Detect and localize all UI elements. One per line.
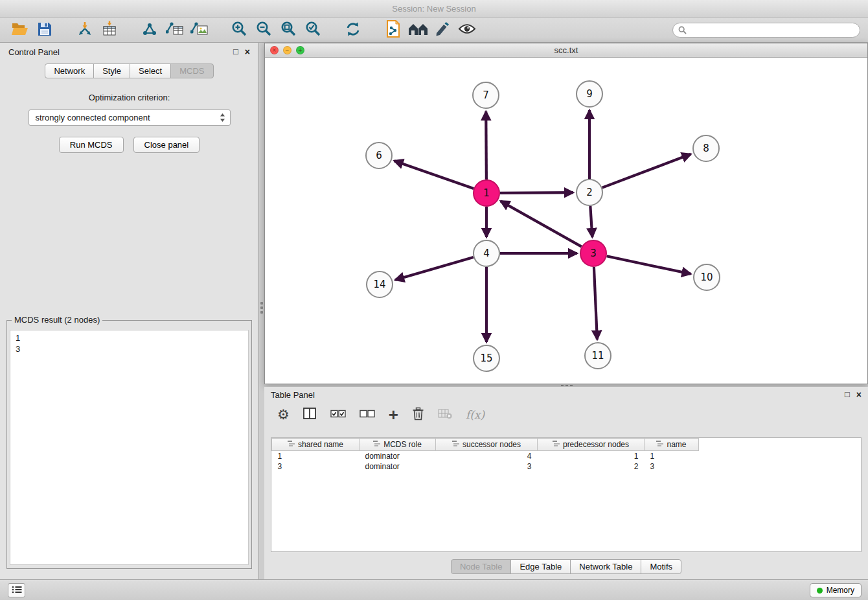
table-row[interactable]: 1dominator411 [272, 451, 699, 461]
table-cell[interactable]: dominator [360, 451, 436, 461]
zoom-selected-button[interactable] [301, 19, 325, 40]
tab-network[interactable]: Network [45, 63, 94, 78]
graph-node-1[interactable]: 1 [474, 180, 499, 206]
tab-mcds[interactable]: MCDS [170, 63, 213, 78]
graph-node-8[interactable]: 8 [693, 135, 719, 161]
split-columns-button[interactable] [303, 408, 317, 422]
graph-edge-2-8[interactable] [602, 154, 691, 188]
show-graphics-details-button[interactable] [455, 19, 479, 40]
tab-node-table[interactable]: Node Table [451, 559, 512, 574]
svg-text:11: 11 [591, 350, 604, 362]
graph-edge-1-6[interactable] [394, 161, 474, 189]
close-window-icon[interactable]: × [270, 46, 279, 54]
vertical-splitter[interactable] [259, 43, 264, 579]
maximize-window-icon[interactable]: + [296, 46, 304, 54]
result-item[interactable]: 1 [16, 332, 243, 343]
delete-column-button[interactable] [412, 407, 424, 422]
tab-network-table[interactable]: Network Table [570, 559, 641, 574]
table-cell[interactable]: 4 [436, 451, 538, 461]
mcds-result-list[interactable]: 13 [10, 330, 249, 565]
unselect-all-columns-button[interactable] [360, 410, 375, 420]
table-cell[interactable]: 1 [645, 451, 699, 461]
open-file-button[interactable] [8, 19, 32, 40]
import-table-button[interactable] [97, 19, 122, 40]
graph-edge-1-7[interactable] [486, 111, 486, 179]
table-cell[interactable]: 1 [272, 451, 360, 461]
search-box [672, 23, 860, 38]
graph-edge-3-1[interactable] [501, 201, 582, 246]
graph-edge-3-11[interactable] [594, 267, 597, 340]
table-cell[interactable]: 3 [645, 461, 699, 472]
graph-node-11[interactable]: 11 [585, 343, 611, 369]
checked-boxes-icon [330, 410, 346, 420]
refresh-layout-button[interactable] [341, 19, 365, 40]
memory-button[interactable]: Memory [810, 583, 862, 597]
zoom-out-button[interactable] [251, 19, 276, 40]
table-cell[interactable]: dominator [360, 461, 436, 472]
graph-node-9[interactable]: 9 [577, 81, 602, 107]
graph-edge-3-10[interactable] [607, 256, 691, 274]
import-network-button[interactable] [73, 19, 97, 40]
network-graph[interactable]: 7968124314101511 [265, 58, 867, 384]
zoom-in-button[interactable] [227, 19, 251, 40]
minimize-window-icon[interactable]: − [283, 46, 291, 54]
close-panel-button[interactable]: Close panel [133, 137, 200, 153]
sort-icon [373, 440, 380, 449]
graph-edge-2-3[interactable] [590, 206, 592, 237]
graph-node-3[interactable]: 3 [580, 240, 606, 266]
graph-node-2[interactable]: 2 [577, 179, 602, 205]
save-session-button[interactable] [32, 19, 57, 40]
svg-text:8: 8 [703, 143, 709, 154]
table-cell[interactable]: 3 [272, 461, 360, 472]
zoom-out-icon [256, 21, 272, 39]
tab-edge-table[interactable]: Edge Table [510, 559, 571, 574]
first-neighbors-button[interactable] [381, 19, 405, 40]
table-panel-close-button[interactable]: × [856, 390, 862, 399]
graph-node-10[interactable]: 10 [694, 264, 720, 290]
graph-node-4[interactable]: 4 [474, 240, 499, 266]
table-row[interactable]: 3dominator323 [272, 461, 699, 472]
column-header-name[interactable]: name [645, 439, 699, 451]
control-panel-close-button[interactable]: × [245, 47, 250, 56]
graph-node-7[interactable]: 7 [473, 82, 499, 108]
network-window-titlebar[interactable]: × − + scc.txt [265, 43, 867, 58]
export-table-button[interactable] [162, 19, 187, 40]
splitter-handle-icon [561, 385, 564, 386]
table-settings-button[interactable]: ⚙ [277, 408, 290, 422]
result-item[interactable]: 3 [16, 343, 243, 354]
graph-node-6[interactable]: 6 [366, 143, 392, 168]
select-all-columns-button[interactable] [330, 410, 346, 420]
column-header-predecessor-nodes[interactable]: predecessor nodes [538, 439, 645, 451]
chevron-up-down-icon [220, 113, 225, 122]
graph-edge-1-2[interactable] [500, 192, 573, 193]
graph-node-15[interactable]: 15 [474, 345, 499, 371]
column-header-successor-nodes[interactable]: successor nodes [436, 439, 538, 451]
table-cell[interactable]: 3 [436, 461, 538, 472]
tab-select[interactable]: Select [130, 63, 171, 78]
panel-list-button[interactable] [8, 583, 25, 597]
graph-edge-4-14[interactable] [395, 257, 474, 280]
column-header-MCDS-role[interactable]: MCDS role [360, 439, 436, 451]
run-mcds-button[interactable]: Run MCDS [59, 137, 124, 153]
table-cell[interactable]: 2 [538, 461, 645, 472]
svg-text:15: 15 [480, 352, 492, 364]
tab-motifs[interactable]: Motifs [641, 559, 681, 574]
annotations-button[interactable] [430, 19, 455, 40]
window-title: Session: New Session [392, 4, 475, 14]
delete-table-button[interactable] [438, 408, 452, 421]
share-network-button[interactable] [137, 19, 162, 40]
optimization-criterion-select[interactable]: strongly connected component [29, 110, 231, 126]
column-header-shared-name[interactable]: shared name [272, 439, 360, 451]
trash-icon [412, 407, 424, 422]
tab-style[interactable]: Style [93, 63, 130, 78]
export-image-button[interactable] [187, 19, 211, 40]
control-panel-float-button[interactable]: □ [233, 47, 238, 56]
table-cell[interactable]: 1 [538, 451, 645, 461]
add-column-button[interactable]: + [389, 408, 398, 422]
graph-node-14[interactable]: 14 [367, 271, 393, 297]
zoom-fit-button[interactable] [276, 19, 301, 40]
search-input[interactable] [672, 23, 860, 38]
apply-layout-button[interactable] [405, 19, 430, 40]
function-builder-button[interactable]: f(x) [466, 408, 485, 421]
table-panel-float-button[interactable]: □ [845, 390, 850, 399]
